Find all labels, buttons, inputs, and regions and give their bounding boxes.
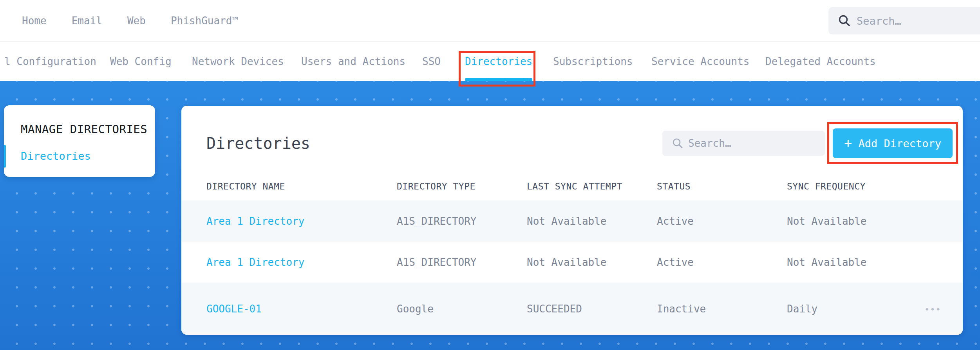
tab-service-accounts[interactable]: Service Accounts bbox=[651, 42, 749, 81]
cell-directory-type: Google bbox=[397, 303, 527, 315]
active-item-indicator bbox=[4, 145, 6, 168]
section-tab-bar: l Configuration Web Config Network Devic… bbox=[0, 42, 980, 81]
cell-last-sync-attempt: SUCCEEDED bbox=[527, 303, 657, 315]
content-area: MANAGE DIRECTORIES Directories Directori… bbox=[0, 81, 980, 350]
add-directory-label: Add Directory bbox=[859, 137, 941, 150]
sidebar-title: MANAGE DIRECTORIES bbox=[21, 123, 155, 136]
column-directory-name: DIRECTORY NAME bbox=[206, 181, 397, 191]
table-row: Area 1 Directory A1S_DIRECTORY Not Avail… bbox=[181, 242, 963, 283]
tab-directories-label: Directories bbox=[465, 56, 532, 67]
cell-sync-frequency: Not Available bbox=[787, 215, 924, 227]
tab-subscriptions[interactable]: Subscriptions bbox=[553, 42, 633, 81]
cell-directory-name[interactable]: Area 1 Directory bbox=[206, 215, 397, 227]
global-search bbox=[828, 7, 980, 34]
topnav-phishguard[interactable]: PhishGuard™ bbox=[171, 15, 238, 27]
cell-last-sync-attempt: Not Available bbox=[527, 215, 657, 227]
panel-header: Directories + Add Directory bbox=[181, 128, 963, 159]
app-window: Home Email Web PhishGuard™ l Configurati… bbox=[0, 0, 980, 350]
topnav-web[interactable]: Web bbox=[127, 15, 146, 27]
sidebar-item-directories[interactable]: Directories bbox=[4, 150, 155, 162]
cell-directory-type: A1S_DIRECTORY bbox=[397, 215, 527, 227]
panel-actions: + Add Directory bbox=[662, 128, 953, 158]
top-navigation: Home Email Web PhishGuard™ bbox=[22, 15, 238, 27]
sidebar-item-label: Directories bbox=[21, 150, 91, 162]
table-header-row: DIRECTORY NAME DIRECTORY TYPE LAST SYNC … bbox=[181, 172, 963, 200]
tab-delegated-accounts[interactable]: Delegated Accounts bbox=[765, 42, 876, 81]
cell-last-sync-attempt: Not Available bbox=[527, 256, 657, 268]
table-search-input[interactable] bbox=[662, 131, 825, 156]
column-sync-frequency: SYNC FREQUENCY bbox=[787, 181, 924, 191]
cell-sync-frequency: Not Available bbox=[787, 256, 924, 268]
tab-directories[interactable]: Directories bbox=[465, 42, 532, 81]
add-directory-button[interactable]: + Add Directory bbox=[833, 128, 953, 158]
tab-web-config[interactable]: Web Config bbox=[110, 42, 172, 81]
tab-sso[interactable]: SSO bbox=[422, 42, 441, 81]
cell-directory-name[interactable]: Area 1 Directory bbox=[206, 256, 397, 268]
cell-directory-type: A1S_DIRECTORY bbox=[397, 256, 527, 268]
cell-directory-name[interactable]: GOOGLE-01 bbox=[206, 303, 397, 315]
cell-sync-frequency: Daily bbox=[787, 303, 924, 315]
search-icon bbox=[672, 137, 683, 149]
global-search-input[interactable] bbox=[828, 7, 980, 34]
sidebar-card: MANAGE DIRECTORIES Directories bbox=[4, 105, 155, 177]
directories-panel: Directories + Add Directory bbox=[181, 106, 963, 335]
column-last-sync-attempt: LAST SYNC ATTEMPT bbox=[527, 181, 657, 191]
cell-status: Active bbox=[657, 215, 787, 227]
cell-status: Inactive bbox=[657, 303, 787, 315]
tab-mail-configuration[interactable]: l Configuration bbox=[4, 42, 96, 81]
tab-network-devices[interactable]: Network Devices bbox=[192, 42, 284, 81]
top-navigation-bar: Home Email Web PhishGuard™ bbox=[0, 0, 980, 41]
plus-icon: + bbox=[844, 136, 852, 150]
topnav-email[interactable]: Email bbox=[72, 15, 102, 27]
active-tab-underline bbox=[465, 78, 532, 81]
panel-title: Directories bbox=[206, 134, 310, 152]
column-status: STATUS bbox=[657, 181, 787, 191]
table-row: Area 1 Directory A1S_DIRECTORY Not Avail… bbox=[181, 200, 963, 242]
topnav-home[interactable]: Home bbox=[22, 15, 47, 27]
search-icon bbox=[838, 14, 851, 27]
column-directory-type: DIRECTORY TYPE bbox=[397, 181, 527, 191]
more-menu-icon[interactable]: ••• bbox=[924, 305, 941, 314]
table-row: GOOGLE-01 Google SUCCEEDED Inactive Dail… bbox=[181, 283, 963, 335]
tab-users-and-actions[interactable]: Users and Actions bbox=[301, 42, 405, 81]
cell-status: Active bbox=[657, 256, 787, 268]
table-search bbox=[662, 131, 825, 156]
cell-actions: ••• bbox=[924, 303, 941, 315]
